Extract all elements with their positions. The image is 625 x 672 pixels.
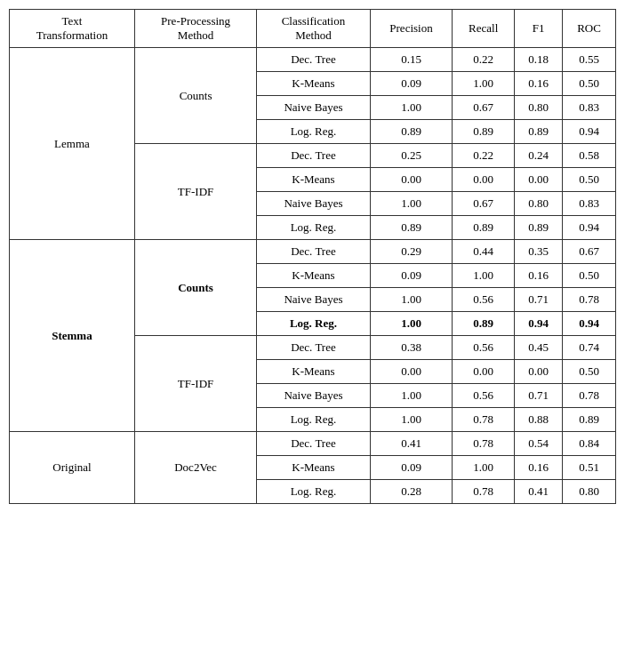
precision-cell: 0.28 xyxy=(370,480,453,504)
precision-cell: 0.29 xyxy=(370,240,453,264)
f1-cell: 0.54 xyxy=(515,432,563,456)
roc-cell: 0.80 xyxy=(563,480,616,504)
roc-cell: 0.51 xyxy=(563,456,616,480)
pre-processing-cell: Doc2Vec xyxy=(134,432,256,504)
classification-method-cell: K-Means xyxy=(257,168,370,192)
f1-cell: 0.88 xyxy=(515,408,563,432)
recall-cell: 0.78 xyxy=(453,432,515,456)
classification-method-cell: Log. Reg. xyxy=(257,408,370,432)
f1-cell: 0.89 xyxy=(515,216,563,240)
precision-cell: 0.09 xyxy=(370,72,453,96)
roc-cell: 0.94 xyxy=(563,312,616,336)
classification-method-cell: K-Means xyxy=(257,456,370,480)
classification-method-cell: Naive Bayes xyxy=(257,192,370,216)
f1-cell: 0.16 xyxy=(515,264,563,288)
recall-cell: 0.56 xyxy=(453,288,515,312)
classification-method-cell: Log. Reg. xyxy=(257,480,370,504)
precision-cell: 0.15 xyxy=(370,48,453,72)
pre-processing-cell: Counts xyxy=(134,48,256,144)
f1-cell: 0.24 xyxy=(515,144,563,168)
classification-method-cell: Dec. Tree xyxy=(257,432,370,456)
text-transformation-cell: Original xyxy=(10,432,135,504)
f1-cell: 0.45 xyxy=(515,336,563,360)
recall-cell: 1.00 xyxy=(453,72,515,96)
recall-cell: 0.56 xyxy=(453,336,515,360)
recall-cell: 0.67 xyxy=(453,96,515,120)
f1-cell: 0.16 xyxy=(515,456,563,480)
f1-cell: 0.00 xyxy=(515,360,563,384)
f1-cell: 0.71 xyxy=(515,288,563,312)
recall-cell: 0.44 xyxy=(453,240,515,264)
recall-cell: 0.89 xyxy=(453,120,515,144)
roc-cell: 0.55 xyxy=(563,48,616,72)
precision-cell: 0.41 xyxy=(370,432,453,456)
precision-cell: 1.00 xyxy=(370,192,453,216)
recall-cell: 0.67 xyxy=(453,192,515,216)
precision-cell: 0.89 xyxy=(370,216,453,240)
classification-method-cell: Dec. Tree xyxy=(257,48,370,72)
roc-cell: 0.74 xyxy=(563,336,616,360)
roc-cell: 0.89 xyxy=(563,408,616,432)
classification-method-cell: Log. Reg. xyxy=(257,312,370,336)
classification-method-cell: Naive Bayes xyxy=(257,96,370,120)
classification-method-cell: Dec. Tree xyxy=(257,144,370,168)
roc-cell: 0.84 xyxy=(563,432,616,456)
recall-cell: 0.22 xyxy=(453,48,515,72)
header-recall: Recall xyxy=(453,10,515,48)
roc-cell: 0.50 xyxy=(563,360,616,384)
roc-cell: 0.83 xyxy=(563,192,616,216)
roc-cell: 0.50 xyxy=(563,168,616,192)
recall-cell: 0.89 xyxy=(453,312,515,336)
f1-cell: 0.89 xyxy=(515,120,563,144)
header-text-transformation: TextTransformation xyxy=(10,10,135,48)
header-precision: Precision xyxy=(370,10,453,48)
classification-method-cell: Dec. Tree xyxy=(257,336,370,360)
recall-cell: 0.89 xyxy=(453,216,515,240)
precision-cell: 1.00 xyxy=(370,312,453,336)
header-f1: F1 xyxy=(515,10,563,48)
roc-cell: 0.67 xyxy=(563,240,616,264)
classification-method-cell: Dec. Tree xyxy=(257,240,370,264)
pre-processing-cell: TF-IDF xyxy=(134,144,256,240)
precision-cell: 0.09 xyxy=(370,456,453,480)
classification-method-cell: Log. Reg. xyxy=(257,120,370,144)
recall-cell: 0.00 xyxy=(453,168,515,192)
pre-processing-cell: TF-IDF xyxy=(134,336,256,432)
header-pre-processing: Pre-ProcessingMethod xyxy=(134,10,256,48)
f1-cell: 0.16 xyxy=(515,72,563,96)
precision-cell: 0.25 xyxy=(370,144,453,168)
f1-cell: 0.41 xyxy=(515,480,563,504)
table-row: StemmaCountsDec. Tree0.290.440.350.67 xyxy=(10,240,616,264)
roc-cell: 0.50 xyxy=(563,264,616,288)
recall-cell: 0.00 xyxy=(453,360,515,384)
f1-cell: 0.71 xyxy=(515,384,563,408)
text-transformation-cell: Stemma xyxy=(10,240,135,432)
recall-cell: 1.00 xyxy=(453,456,515,480)
results-table: TextTransformation Pre-ProcessingMethod … xyxy=(9,9,616,504)
classification-method-cell: K-Means xyxy=(257,72,370,96)
classification-method-cell: K-Means xyxy=(257,360,370,384)
roc-cell: 0.58 xyxy=(563,144,616,168)
precision-cell: 0.89 xyxy=(370,120,453,144)
header-roc: ROC xyxy=(563,10,616,48)
recall-cell: 0.78 xyxy=(453,408,515,432)
precision-cell: 0.38 xyxy=(370,336,453,360)
classification-method-cell: Log. Reg. xyxy=(257,216,370,240)
classification-method-cell: K-Means xyxy=(257,264,370,288)
precision-cell: 1.00 xyxy=(370,288,453,312)
roc-cell: 0.50 xyxy=(563,72,616,96)
precision-cell: 0.09 xyxy=(370,264,453,288)
f1-cell: 0.80 xyxy=(515,96,563,120)
f1-cell: 0.18 xyxy=(515,48,563,72)
roc-cell: 0.83 xyxy=(563,96,616,120)
table-row: LemmaCountsDec. Tree0.150.220.180.55 xyxy=(10,48,616,72)
recall-cell: 0.78 xyxy=(453,480,515,504)
precision-cell: 1.00 xyxy=(370,96,453,120)
precision-cell: 0.00 xyxy=(370,168,453,192)
text-transformation-cell: Lemma xyxy=(10,48,135,240)
header-classification: ClassificationMethod xyxy=(257,10,370,48)
f1-cell: 0.94 xyxy=(515,312,563,336)
recall-cell: 0.56 xyxy=(453,384,515,408)
precision-cell: 1.00 xyxy=(370,408,453,432)
f1-cell: 0.80 xyxy=(515,192,563,216)
